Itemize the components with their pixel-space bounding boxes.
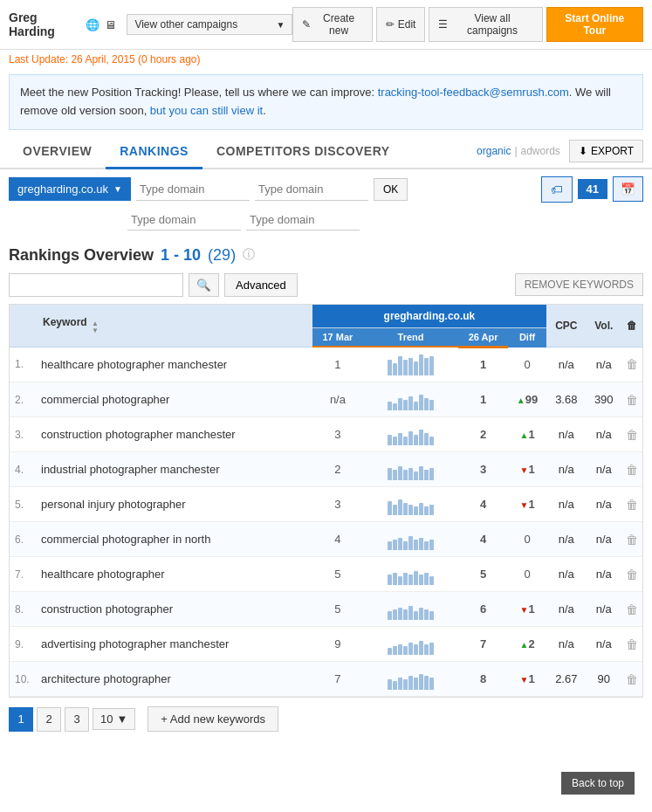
trend-bar-segment — [424, 506, 429, 515]
trend-bar-segment — [393, 470, 397, 480]
domain-select[interactable]: gregharding.co.uk ▼ — [9, 177, 131, 201]
delete-row-button[interactable]: 🗑 — [621, 592, 642, 627]
col-cpc-header[interactable]: CPC — [546, 305, 586, 348]
trend-bar-segment — [429, 468, 434, 480]
page-size-selector[interactable]: 10 ▼ — [93, 708, 135, 730]
row-number: 5. — [10, 487, 36, 522]
cpc-cell: n/a — [546, 522, 586, 557]
rank-17mar: 2 — [312, 452, 363, 487]
adwords-filter[interactable]: adwords — [521, 145, 560, 157]
delete-row-button[interactable]: 🗑 — [621, 557, 642, 592]
cpc-cell: n/a — [546, 347, 586, 382]
delete-row-button[interactable]: 🗑 — [621, 452, 642, 487]
trend-bar-segment — [419, 395, 423, 410]
keyword-cell: commercial photographer — [36, 382, 312, 417]
delete-row-button[interactable]: 🗑 — [621, 382, 642, 417]
trend-chart — [388, 526, 434, 550]
keyword-search-input[interactable] — [9, 273, 183, 297]
trend-bar-segment — [424, 470, 429, 480]
col-17mar-header[interactable]: 17 Mar — [312, 327, 363, 347]
delete-row-button[interactable]: 🗑 — [621, 522, 642, 557]
info-icon: ⓘ — [243, 247, 255, 263]
trend-bar-segment — [414, 435, 418, 445]
domain-input-3[interactable] — [127, 210, 241, 231]
rank-17mar: 7 — [312, 662, 363, 697]
advanced-button[interactable]: Advanced — [224, 273, 298, 297]
delete-row-button[interactable]: 🗑 — [621, 627, 642, 662]
cpc-cell: 3.68 — [546, 382, 586, 417]
vol-cell: n/a — [587, 522, 622, 557]
trend-bar-segment — [398, 398, 402, 410]
tag-filter-button[interactable]: 🏷 — [541, 176, 573, 203]
trend-cell — [363, 347, 458, 382]
vol-cell: n/a — [587, 347, 622, 382]
download-icon: ⬇ — [579, 145, 587, 157]
rank-17mar: 4 — [312, 522, 363, 557]
export-button[interactable]: ⬇ EXPORT — [569, 140, 643, 162]
monitor-icon: 🖥 — [105, 18, 116, 31]
col-vol-header[interactable]: Vol. — [587, 305, 622, 348]
vol-cell: n/a — [587, 487, 622, 522]
search-button[interactable]: 🔍 — [189, 273, 219, 297]
rank-26apr: 3 — [458, 452, 508, 487]
domain-input-2[interactable] — [255, 178, 368, 201]
domain-row-1: gregharding.co.uk ▼ OK 🏷 41 📅 — [0, 169, 652, 210]
edit-button[interactable]: ✏ Edit — [376, 7, 426, 42]
organic-filter[interactable]: organic — [477, 145, 511, 157]
trend-bar-segment — [403, 360, 408, 375]
diff-cell: 1 — [508, 417, 546, 452]
trend-bar-segment — [429, 643, 434, 655]
old-version-link[interactable]: but you can still view it — [150, 104, 263, 117]
start-tour-button[interactable]: Start Online Tour — [546, 7, 643, 42]
table-row: 5. personal injury photographer 3 4 1 n/… — [10, 487, 642, 522]
trash-icon: 🗑 — [626, 498, 638, 512]
trend-bar-segment — [424, 676, 429, 690]
trend-bar-segment — [419, 575, 423, 585]
add-keywords-button[interactable]: + Add new keywords — [148, 706, 278, 732]
rank-26apr: 1 — [458, 347, 508, 382]
create-new-button[interactable]: ✎ Create new — [292, 7, 372, 42]
view-all-campaigns-button[interactable]: ☰ View all campaigns — [429, 7, 542, 42]
tab-overview[interactable]: OVERVIEW — [9, 135, 106, 167]
trend-bar-segment — [403, 609, 408, 620]
trend-bar-segment — [393, 437, 397, 445]
arrow-up-icon — [519, 428, 528, 441]
trend-cell — [363, 627, 458, 662]
ok-button[interactable]: OK — [374, 178, 408, 201]
trend-bar-segment — [403, 503, 408, 515]
domain-input-4[interactable] — [246, 210, 360, 231]
domain-input-1[interactable] — [136, 178, 250, 201]
trend-bar-segment — [419, 503, 423, 515]
page-2-button[interactable]: 2 — [37, 707, 61, 732]
col-diff-header[interactable]: Diff — [508, 327, 546, 347]
rankings-title: Rankings Overview — [9, 246, 154, 265]
tab-competitors-discovery[interactable]: COMPETITORS DISCOVERY — [202, 135, 404, 167]
trend-bar-segment — [414, 402, 418, 410]
diff-cell: 0 — [508, 522, 546, 557]
trend-bar-segment — [429, 611, 434, 620]
rank-26apr: 4 — [458, 487, 508, 522]
campaign-dropdown[interactable]: View other campaigns ▼ — [127, 14, 292, 35]
vol-cell: n/a — [587, 452, 622, 487]
vol-cell: n/a — [587, 592, 622, 627]
page-1-button[interactable]: 1 — [9, 707, 33, 732]
vol-cell: n/a — [587, 627, 622, 662]
tab-rankings[interactable]: RANKINGS — [106, 135, 202, 169]
trend-chart — [388, 421, 434, 445]
page-3-button[interactable]: 3 — [65, 707, 89, 732]
keyword-count-badge: 41 — [578, 179, 607, 199]
feedback-link[interactable]: tracking-tool-feedback@semrush.com — [378, 86, 569, 99]
trend-bar-segment — [403, 541, 408, 550]
calendar-button[interactable]: 📅 — [613, 176, 643, 202]
delete-row-button[interactable]: 🗑 — [621, 347, 642, 382]
trend-bar-segment — [429, 540, 434, 550]
delete-row-button[interactable]: 🗑 — [621, 662, 642, 697]
diff-cell: 0 — [508, 347, 546, 382]
trend-bar-segment — [414, 471, 418, 480]
delete-row-button[interactable]: 🗑 — [621, 417, 642, 452]
col-26apr-header[interactable]: 26 Apr — [458, 327, 508, 347]
trend-bar-segment — [388, 402, 392, 410]
delete-row-button[interactable]: 🗑 — [621, 487, 642, 522]
remove-keywords-button[interactable]: REMOVE KEYWORDS — [515, 273, 643, 296]
col-keyword-header[interactable]: Keyword ▲▼ — [36, 305, 312, 348]
